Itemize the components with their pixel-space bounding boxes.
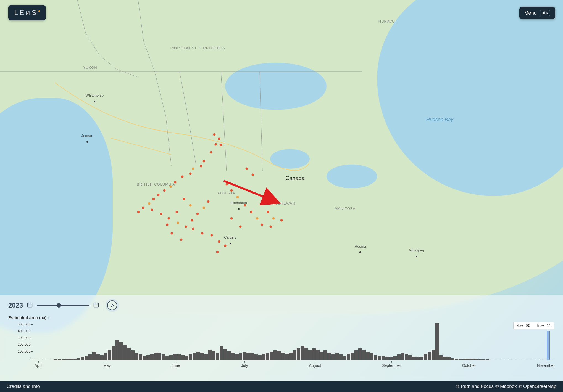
chart-bar[interactable] xyxy=(516,360,520,360)
fire-marker[interactable] xyxy=(214,143,217,145)
chart-bar[interactable] xyxy=(146,355,150,360)
fire-marker[interactable] xyxy=(207,200,210,203)
fire-marker[interactable] xyxy=(224,245,227,247)
chart-bar[interactable] xyxy=(216,353,219,360)
chart-bar[interactable] xyxy=(428,352,431,360)
chart-bar[interactable] xyxy=(243,352,246,360)
chart-bar[interactable] xyxy=(200,353,204,360)
chart-bar[interactable] xyxy=(231,353,235,360)
chart-bar[interactable] xyxy=(401,353,404,360)
chart-bar[interactable] xyxy=(416,357,420,360)
chart-bar[interactable] xyxy=(65,359,69,360)
fire-marker[interactable] xyxy=(280,219,283,222)
chart-bar[interactable] xyxy=(42,360,46,360)
chart-bar[interactable] xyxy=(351,353,354,360)
chart-bar[interactable] xyxy=(486,359,489,360)
chart-bar[interactable] xyxy=(424,354,427,360)
chart-bar[interactable] xyxy=(497,360,501,360)
fire-marker[interactable] xyxy=(142,206,144,209)
fire-marker[interactable] xyxy=(239,225,242,228)
fire-marker[interactable] xyxy=(252,174,254,176)
chart-bar[interactable] xyxy=(77,358,80,360)
chart-bar[interactable] xyxy=(335,353,339,360)
chart-bar[interactable] xyxy=(162,354,165,360)
chart-bar[interactable] xyxy=(119,342,123,360)
fire-marker[interactable] xyxy=(267,211,269,213)
chart-bar[interactable] xyxy=(551,360,555,360)
fire-marker[interactable] xyxy=(183,198,185,200)
chart-bar[interactable] xyxy=(405,354,408,360)
chart-bar[interactable] xyxy=(289,353,293,360)
chart-bar[interactable] xyxy=(316,350,320,360)
chart-bar[interactable] xyxy=(459,359,462,360)
fire-marker[interactable] xyxy=(230,189,233,192)
chart-bar[interactable] xyxy=(455,359,458,360)
chart-bar[interactable] xyxy=(258,355,262,360)
chart-bar[interactable] xyxy=(254,354,258,360)
chart-bar[interactable] xyxy=(385,357,389,360)
fire-marker[interactable] xyxy=(152,198,155,200)
chart-bar[interactable] xyxy=(104,353,107,360)
fire-marker[interactable] xyxy=(166,223,169,226)
chart-bar[interactable] xyxy=(96,354,100,360)
fire-marker[interactable] xyxy=(245,167,248,170)
chart-bar[interactable] xyxy=(366,352,370,360)
fire-marker[interactable] xyxy=(174,181,176,184)
chart-bar[interactable] xyxy=(223,349,227,360)
fire-marker[interactable] xyxy=(256,217,259,219)
chart-bar[interactable] xyxy=(505,360,508,360)
chart-bar[interactable] xyxy=(501,360,504,360)
chart-bar[interactable] xyxy=(362,350,366,360)
chart-bar[interactable] xyxy=(470,359,474,360)
chart-bar[interactable] xyxy=(173,354,177,360)
fire-marker[interactable] xyxy=(148,202,151,205)
chart-bar[interactable] xyxy=(227,351,231,360)
chart-bar[interactable] xyxy=(509,360,512,360)
fire-marker[interactable] xyxy=(210,151,212,154)
fire-marker[interactable] xyxy=(226,183,228,186)
chart-bar[interactable] xyxy=(343,356,346,360)
chart-bar[interactable] xyxy=(69,359,73,360)
chart-bar[interactable] xyxy=(339,354,343,360)
fire-marker[interactable] xyxy=(200,165,202,168)
chart-bar[interactable] xyxy=(165,356,169,360)
chart-bar[interactable] xyxy=(131,350,135,360)
chart-bar[interactable] xyxy=(181,355,185,360)
fire-marker[interactable] xyxy=(191,219,193,222)
chart-bar[interactable] xyxy=(397,354,401,360)
fire-marker[interactable] xyxy=(170,232,173,234)
chart-bar[interactable] xyxy=(489,360,493,360)
slider-thumb[interactable] xyxy=(57,303,61,308)
chart-bar[interactable] xyxy=(115,340,119,360)
fire-marker[interactable] xyxy=(177,221,179,224)
chart-bar[interactable] xyxy=(108,350,111,360)
chart-bar[interactable] xyxy=(347,354,350,360)
chart-bar[interactable] xyxy=(212,351,215,360)
fire-marker[interactable] xyxy=(137,211,140,213)
chart-bar[interactable] xyxy=(331,354,335,360)
chart-bar[interactable] xyxy=(266,353,269,360)
chart-bar[interactable] xyxy=(512,360,516,360)
chart-bar[interactable] xyxy=(547,360,551,360)
fire-marker[interactable] xyxy=(180,238,183,241)
chart-bar[interactable] xyxy=(196,352,200,360)
chart-bar[interactable] xyxy=(273,350,277,360)
chart-bar[interactable] xyxy=(297,348,300,360)
chart-bar[interactable] xyxy=(543,360,547,360)
fire-marker[interactable] xyxy=(219,144,222,146)
chart-bar[interactable] xyxy=(285,354,289,360)
chart-bar[interactable] xyxy=(524,360,528,360)
chart-bar[interactable] xyxy=(462,359,466,360)
chart-bar[interactable] xyxy=(354,350,358,360)
chart-bar[interactable] xyxy=(127,348,131,360)
fire-marker[interactable] xyxy=(272,217,275,219)
chart-bar[interactable] xyxy=(88,354,92,360)
fire-marker[interactable] xyxy=(211,234,213,237)
app-logo[interactable]: LEᴎS xyxy=(8,5,46,20)
chart-bar[interactable] xyxy=(412,357,416,360)
menu-button[interactable]: Menu ⌘K xyxy=(519,7,555,19)
chart-bar[interactable] xyxy=(478,359,482,360)
chart-bar[interactable] xyxy=(54,359,57,360)
chart-bar[interactable] xyxy=(73,359,77,360)
chart-bar[interactable] xyxy=(540,360,543,360)
